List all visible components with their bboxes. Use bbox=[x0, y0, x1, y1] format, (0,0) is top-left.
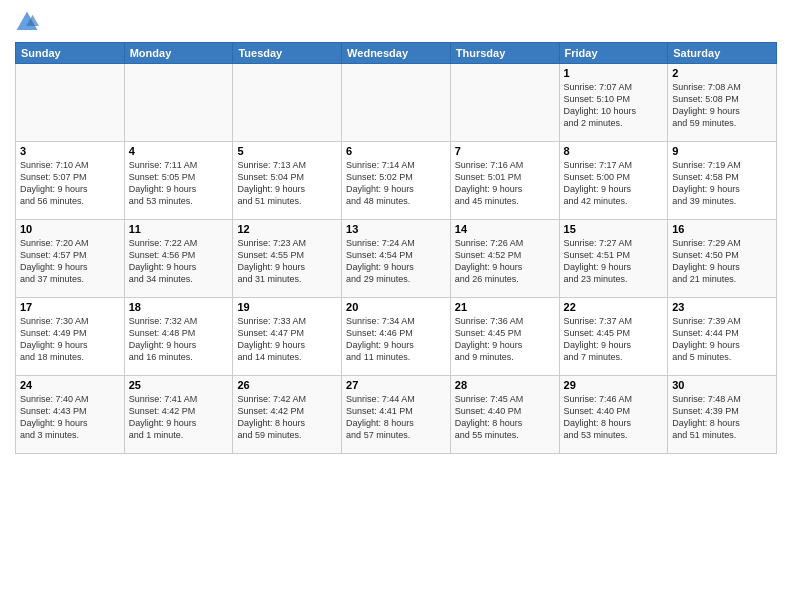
calendar-cell bbox=[16, 64, 125, 142]
day-info: Sunrise: 7:48 AM Sunset: 4:39 PM Dayligh… bbox=[672, 393, 772, 442]
day-number: 3 bbox=[20, 145, 120, 157]
day-number: 25 bbox=[129, 379, 229, 391]
header bbox=[15, 10, 777, 34]
calendar-cell: 21Sunrise: 7:36 AM Sunset: 4:45 PM Dayli… bbox=[450, 298, 559, 376]
day-info: Sunrise: 7:17 AM Sunset: 5:00 PM Dayligh… bbox=[564, 159, 664, 208]
day-info: Sunrise: 7:33 AM Sunset: 4:47 PM Dayligh… bbox=[237, 315, 337, 364]
day-info: Sunrise: 7:13 AM Sunset: 5:04 PM Dayligh… bbox=[237, 159, 337, 208]
day-info: Sunrise: 7:36 AM Sunset: 4:45 PM Dayligh… bbox=[455, 315, 555, 364]
calendar-cell: 20Sunrise: 7:34 AM Sunset: 4:46 PM Dayli… bbox=[342, 298, 451, 376]
day-number: 6 bbox=[346, 145, 446, 157]
calendar-cell: 12Sunrise: 7:23 AM Sunset: 4:55 PM Dayli… bbox=[233, 220, 342, 298]
day-number: 8 bbox=[564, 145, 664, 157]
day-number: 2 bbox=[672, 67, 772, 79]
day-info: Sunrise: 7:44 AM Sunset: 4:41 PM Dayligh… bbox=[346, 393, 446, 442]
day-info: Sunrise: 7:10 AM Sunset: 5:07 PM Dayligh… bbox=[20, 159, 120, 208]
calendar-cell: 14Sunrise: 7:26 AM Sunset: 4:52 PM Dayli… bbox=[450, 220, 559, 298]
day-number: 26 bbox=[237, 379, 337, 391]
calendar-week-row: 17Sunrise: 7:30 AM Sunset: 4:49 PM Dayli… bbox=[16, 298, 777, 376]
day-info: Sunrise: 7:20 AM Sunset: 4:57 PM Dayligh… bbox=[20, 237, 120, 286]
day-number: 10 bbox=[20, 223, 120, 235]
calendar-cell: 1Sunrise: 7:07 AM Sunset: 5:10 PM Daylig… bbox=[559, 64, 668, 142]
calendar-cell: 9Sunrise: 7:19 AM Sunset: 4:58 PM Daylig… bbox=[668, 142, 777, 220]
day-number: 30 bbox=[672, 379, 772, 391]
calendar-cell: 5Sunrise: 7:13 AM Sunset: 5:04 PM Daylig… bbox=[233, 142, 342, 220]
page: SundayMondayTuesdayWednesdayThursdayFrid… bbox=[0, 0, 792, 612]
calendar-cell bbox=[342, 64, 451, 142]
calendar-week-row: 3Sunrise: 7:10 AM Sunset: 5:07 PM Daylig… bbox=[16, 142, 777, 220]
day-of-week-header: Sunday bbox=[16, 43, 125, 64]
day-info: Sunrise: 7:27 AM Sunset: 4:51 PM Dayligh… bbox=[564, 237, 664, 286]
day-number: 22 bbox=[564, 301, 664, 313]
day-info: Sunrise: 7:23 AM Sunset: 4:55 PM Dayligh… bbox=[237, 237, 337, 286]
day-info: Sunrise: 7:29 AM Sunset: 4:50 PM Dayligh… bbox=[672, 237, 772, 286]
calendar-cell: 30Sunrise: 7:48 AM Sunset: 4:39 PM Dayli… bbox=[668, 376, 777, 454]
calendar-cell: 3Sunrise: 7:10 AM Sunset: 5:07 PM Daylig… bbox=[16, 142, 125, 220]
calendar-cell bbox=[450, 64, 559, 142]
day-number: 7 bbox=[455, 145, 555, 157]
calendar-cell: 24Sunrise: 7:40 AM Sunset: 4:43 PM Dayli… bbox=[16, 376, 125, 454]
calendar-cell: 13Sunrise: 7:24 AM Sunset: 4:54 PM Dayli… bbox=[342, 220, 451, 298]
calendar-cell: 26Sunrise: 7:42 AM Sunset: 4:42 PM Dayli… bbox=[233, 376, 342, 454]
day-of-week-header: Wednesday bbox=[342, 43, 451, 64]
calendar-week-row: 1Sunrise: 7:07 AM Sunset: 5:10 PM Daylig… bbox=[16, 64, 777, 142]
calendar-cell: 22Sunrise: 7:37 AM Sunset: 4:45 PM Dayli… bbox=[559, 298, 668, 376]
day-number: 15 bbox=[564, 223, 664, 235]
calendar-cell: 10Sunrise: 7:20 AM Sunset: 4:57 PM Dayli… bbox=[16, 220, 125, 298]
calendar-header: SundayMondayTuesdayWednesdayThursdayFrid… bbox=[16, 43, 777, 64]
day-number: 4 bbox=[129, 145, 229, 157]
day-info: Sunrise: 7:30 AM Sunset: 4:49 PM Dayligh… bbox=[20, 315, 120, 364]
day-info: Sunrise: 7:16 AM Sunset: 5:01 PM Dayligh… bbox=[455, 159, 555, 208]
calendar-cell bbox=[124, 64, 233, 142]
day-of-week-header: Monday bbox=[124, 43, 233, 64]
calendar-cell: 23Sunrise: 7:39 AM Sunset: 4:44 PM Dayli… bbox=[668, 298, 777, 376]
day-info: Sunrise: 7:42 AM Sunset: 4:42 PM Dayligh… bbox=[237, 393, 337, 442]
calendar-cell: 25Sunrise: 7:41 AM Sunset: 4:42 PM Dayli… bbox=[124, 376, 233, 454]
day-number: 14 bbox=[455, 223, 555, 235]
calendar-cell: 8Sunrise: 7:17 AM Sunset: 5:00 PM Daylig… bbox=[559, 142, 668, 220]
calendar-cell: 4Sunrise: 7:11 AM Sunset: 5:05 PM Daylig… bbox=[124, 142, 233, 220]
logo bbox=[15, 10, 41, 34]
calendar-body: 1Sunrise: 7:07 AM Sunset: 5:10 PM Daylig… bbox=[16, 64, 777, 454]
day-number: 23 bbox=[672, 301, 772, 313]
calendar-cell: 7Sunrise: 7:16 AM Sunset: 5:01 PM Daylig… bbox=[450, 142, 559, 220]
day-info: Sunrise: 7:14 AM Sunset: 5:02 PM Dayligh… bbox=[346, 159, 446, 208]
day-info: Sunrise: 7:11 AM Sunset: 5:05 PM Dayligh… bbox=[129, 159, 229, 208]
day-number: 29 bbox=[564, 379, 664, 391]
day-info: Sunrise: 7:46 AM Sunset: 4:40 PM Dayligh… bbox=[564, 393, 664, 442]
day-number: 20 bbox=[346, 301, 446, 313]
calendar-cell: 27Sunrise: 7:44 AM Sunset: 4:41 PM Dayli… bbox=[342, 376, 451, 454]
day-info: Sunrise: 7:32 AM Sunset: 4:48 PM Dayligh… bbox=[129, 315, 229, 364]
calendar-table: SundayMondayTuesdayWednesdayThursdayFrid… bbox=[15, 42, 777, 454]
day-of-week-header: Thursday bbox=[450, 43, 559, 64]
day-number: 28 bbox=[455, 379, 555, 391]
calendar-cell: 18Sunrise: 7:32 AM Sunset: 4:48 PM Dayli… bbox=[124, 298, 233, 376]
day-of-week-header: Saturday bbox=[668, 43, 777, 64]
day-number: 16 bbox=[672, 223, 772, 235]
day-info: Sunrise: 7:26 AM Sunset: 4:52 PM Dayligh… bbox=[455, 237, 555, 286]
day-info: Sunrise: 7:08 AM Sunset: 5:08 PM Dayligh… bbox=[672, 81, 772, 130]
day-info: Sunrise: 7:37 AM Sunset: 4:45 PM Dayligh… bbox=[564, 315, 664, 364]
day-number: 19 bbox=[237, 301, 337, 313]
calendar-cell bbox=[233, 64, 342, 142]
calendar-cell: 16Sunrise: 7:29 AM Sunset: 4:50 PM Dayli… bbox=[668, 220, 777, 298]
day-info: Sunrise: 7:40 AM Sunset: 4:43 PM Dayligh… bbox=[20, 393, 120, 442]
day-number: 1 bbox=[564, 67, 664, 79]
day-info: Sunrise: 7:07 AM Sunset: 5:10 PM Dayligh… bbox=[564, 81, 664, 130]
day-info: Sunrise: 7:22 AM Sunset: 4:56 PM Dayligh… bbox=[129, 237, 229, 286]
calendar-cell: 11Sunrise: 7:22 AM Sunset: 4:56 PM Dayli… bbox=[124, 220, 233, 298]
day-info: Sunrise: 7:41 AM Sunset: 4:42 PM Dayligh… bbox=[129, 393, 229, 442]
calendar-week-row: 24Sunrise: 7:40 AM Sunset: 4:43 PM Dayli… bbox=[16, 376, 777, 454]
calendar-week-row: 10Sunrise: 7:20 AM Sunset: 4:57 PM Dayli… bbox=[16, 220, 777, 298]
day-info: Sunrise: 7:19 AM Sunset: 4:58 PM Dayligh… bbox=[672, 159, 772, 208]
day-number: 24 bbox=[20, 379, 120, 391]
logo-icon bbox=[15, 10, 39, 34]
calendar-cell: 17Sunrise: 7:30 AM Sunset: 4:49 PM Dayli… bbox=[16, 298, 125, 376]
day-of-week-header: Friday bbox=[559, 43, 668, 64]
calendar-cell: 29Sunrise: 7:46 AM Sunset: 4:40 PM Dayli… bbox=[559, 376, 668, 454]
day-info: Sunrise: 7:34 AM Sunset: 4:46 PM Dayligh… bbox=[346, 315, 446, 364]
day-number: 27 bbox=[346, 379, 446, 391]
day-number: 5 bbox=[237, 145, 337, 157]
calendar-cell: 28Sunrise: 7:45 AM Sunset: 4:40 PM Dayli… bbox=[450, 376, 559, 454]
calendar-cell: 15Sunrise: 7:27 AM Sunset: 4:51 PM Dayli… bbox=[559, 220, 668, 298]
